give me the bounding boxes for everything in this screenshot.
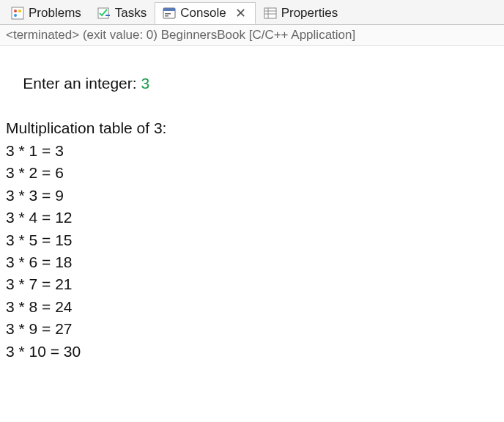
svg-rect-5 xyxy=(105,15,110,16)
console-output[interactable]: Enter an integer: 3 Multiplication table… xyxy=(0,46,504,367)
table-row: 3 * 1 = 3 xyxy=(6,140,498,162)
svg-point-1 xyxy=(14,10,17,12)
svg-rect-10 xyxy=(264,8,276,18)
tab-problems[interactable]: Problems xyxy=(3,2,89,23)
table-row: 3 * 10 = 30 xyxy=(6,341,498,363)
tab-tasks[interactable]: Tasks xyxy=(89,2,155,23)
table-row: 3 * 9 = 27 xyxy=(6,318,498,340)
problems-icon xyxy=(11,7,24,20)
tab-console[interactable]: Console ✕ xyxy=(155,2,255,24)
console-status: <terminated> (exit value: 0) BeginnersBo… xyxy=(0,25,504,46)
table-row: 3 * 2 = 6 xyxy=(6,162,498,184)
close-icon[interactable]: ✕ xyxy=(234,7,248,20)
svg-rect-8 xyxy=(165,13,171,15)
tab-label: Tasks xyxy=(115,6,147,21)
tab-properties[interactable]: Properties xyxy=(256,2,346,23)
properties-icon xyxy=(264,7,277,20)
svg-point-2 xyxy=(18,10,21,12)
table-row: 3 * 8 = 24 xyxy=(6,296,498,318)
svg-rect-0 xyxy=(12,7,23,19)
table-row: 3 * 4 = 12 xyxy=(6,207,498,229)
prompt-line: Enter an integer: 3 xyxy=(6,51,498,117)
table-row: 3 * 5 = 15 xyxy=(6,229,498,251)
table-row: 3 * 3 = 9 xyxy=(6,185,498,207)
tab-label: Properties xyxy=(281,6,338,21)
tab-label: Problems xyxy=(29,6,81,21)
user-input: 3 xyxy=(141,75,149,92)
table-row: 3 * 6 = 18 xyxy=(6,251,498,273)
view-tab-bar: Problems Tasks Console ✕ Properties xyxy=(0,0,504,25)
prompt-label: Enter an integer: xyxy=(23,75,141,92)
console-icon xyxy=(163,7,176,20)
svg-rect-9 xyxy=(165,15,168,17)
tasks-icon xyxy=(97,7,111,20)
tab-label: Console xyxy=(180,6,226,21)
svg-rect-7 xyxy=(163,8,175,11)
svg-point-3 xyxy=(14,14,17,17)
table-header: Multiplication table of 3: xyxy=(6,117,498,139)
table-row: 3 * 7 = 21 xyxy=(6,273,498,295)
